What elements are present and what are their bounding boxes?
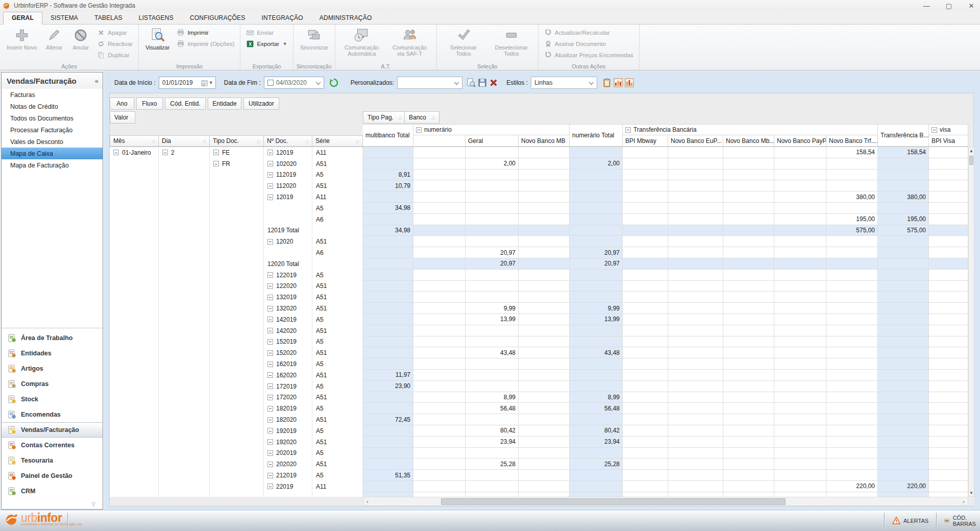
data-cell[interactable] <box>570 236 623 247</box>
ribbon-button-actualizar-recalcular[interactable]: Actualizar/Recalcular <box>543 28 635 37</box>
maximize-button[interactable]: ▢ <box>944 2 953 10</box>
data-cell[interactable] <box>878 314 929 325</box>
data-cell[interactable] <box>929 492 968 497</box>
data-cell[interactable]: 195,00 <box>826 214 878 225</box>
row-header-cell[interactable] <box>110 392 159 403</box>
ribbon-button-enviar[interactable]: Enviar <box>244 28 288 37</box>
data-cell[interactable] <box>519 347 570 358</box>
row-header-cell[interactable]: A51 <box>312 281 363 292</box>
row-header-cell[interactable] <box>159 158 210 170</box>
data-cell[interactable] <box>465 270 519 281</box>
row-header-cell[interactable] <box>110 214 159 225</box>
module-item-crm[interactable]: CRM <box>2 484 103 499</box>
row-header-cell[interactable]: 12019 <box>264 191 312 203</box>
data-cell[interactable] <box>413 481 465 492</box>
data-cell[interactable] <box>668 191 723 203</box>
pivot-field-banco[interactable]: Banco△ <box>404 111 439 124</box>
data-cell[interactable] <box>413 381 465 392</box>
tab-integracao[interactable]: INTEGRAÇÃO <box>254 12 311 24</box>
row-header-cell[interactable]: 152019 <box>264 336 312 348</box>
row-header-cell[interactable] <box>210 458 264 470</box>
data-cell[interactable] <box>363 358 413 370</box>
data-cell[interactable] <box>519 381 570 392</box>
row-header-cell[interactable] <box>159 314 210 325</box>
data-cell[interactable] <box>723 203 774 214</box>
data-cell[interactable] <box>668 414 723 425</box>
data-cell[interactable] <box>519 437 570 448</box>
refresh-button[interactable] <box>328 77 339 89</box>
data-cell[interactable] <box>623 203 668 214</box>
row-header-cell[interactable]: 202020 <box>264 458 312 470</box>
data-cell[interactable] <box>413 492 465 497</box>
row-header-cell[interactable] <box>110 191 159 203</box>
data-cell[interactable]: 25,28 <box>570 458 623 470</box>
data-cell[interactable] <box>723 236 774 247</box>
data-cell[interactable] <box>623 147 668 158</box>
data-cell[interactable] <box>623 225 668 236</box>
data-cell[interactable] <box>623 236 668 247</box>
tab-tabelas[interactable]: TABELAS <box>86 12 131 24</box>
data-cell[interactable] <box>929 236 968 247</box>
column-header-geral[interactable]: Geral <box>465 135 519 147</box>
data-cell[interactable] <box>570 225 623 236</box>
data-cell[interactable] <box>465 180 519 191</box>
column-header-multibanco-total[interactable]: multibanco Total <box>363 124 413 147</box>
row-header-cell[interactable]: A5 <box>312 425 363 437</box>
data-cell[interactable] <box>774 347 826 358</box>
data-cell[interactable] <box>723 425 774 437</box>
row-header-cell[interactable]: A5 <box>312 170 363 181</box>
data-cell[interactable] <box>668 203 723 214</box>
row-header-cell[interactable]: 142020 <box>264 325 312 336</box>
row-header-cell[interactable] <box>159 392 210 403</box>
ribbon-button-deselecionar-todos[interactable]: Deselecionar Todos <box>489 26 534 61</box>
data-cell[interactable] <box>878 470 929 481</box>
data-cell[interactable] <box>413 458 465 470</box>
row-header-cell[interactable]: A51 <box>312 347 363 358</box>
row-header-cell[interactable]: 112019 <box>264 170 312 181</box>
data-cell[interactable] <box>878 425 929 437</box>
data-cell[interactable] <box>363 281 413 292</box>
row-header-cell[interactable] <box>159 336 210 348</box>
collapse-icon[interactable] <box>267 339 273 345</box>
data-cell[interactable] <box>774 425 826 437</box>
row-header-cell[interactable] <box>110 225 159 236</box>
tab-geral[interactable]: GERAL <box>3 12 42 25</box>
data-cell[interactable]: 10,79 <box>363 180 413 191</box>
collapse-icon[interactable] <box>267 473 273 478</box>
data-cell[interactable] <box>465 325 519 336</box>
data-cell[interactable] <box>413 180 465 191</box>
pivot-field-utilizador[interactable]: Utilizador <box>243 98 279 110</box>
data-cell[interactable] <box>929 381 968 392</box>
data-cell[interactable] <box>519 147 570 158</box>
row-header-cell[interactable]: A51 <box>312 458 363 470</box>
data-cell[interactable]: 34,98 <box>363 225 413 236</box>
data-cell[interactable] <box>519 203 570 214</box>
data-cell[interactable] <box>826 247 878 258</box>
data-cell[interactable] <box>570 370 623 381</box>
data-cell[interactable] <box>929 414 968 425</box>
data-cell[interactable]: 8,91 <box>363 170 413 181</box>
row-header-cell[interactable]: 122019 <box>264 270 312 281</box>
row-header-cell[interactable]: A5 <box>312 270 363 281</box>
data-cell[interactable] <box>570 414 623 425</box>
data-cell[interactable] <box>623 481 668 492</box>
module-item-tesouraria[interactable]: Tesouraria <box>2 453 103 468</box>
data-cell[interactable]: 23,94 <box>465 437 519 448</box>
row-header-cell[interactable]: 142019 <box>264 314 312 325</box>
data-cell[interactable] <box>623 414 668 425</box>
data-cell[interactable] <box>723 147 774 158</box>
column-group-numerario[interactable]: numerário <box>413 124 570 135</box>
data-cell[interactable] <box>413 303 465 314</box>
ribbon-button-atualizar-precos-encomendas[interactable]: Atualizar Preços Encomendas <box>543 51 635 60</box>
data-cell[interactable] <box>519 470 570 481</box>
end-date-combo[interactable]: 04/03/2020 <box>264 77 324 89</box>
data-cell[interactable] <box>774 492 826 497</box>
data-cell[interactable] <box>519 314 570 325</box>
row-header-cell[interactable] <box>210 347 264 358</box>
row-header-cell[interactable] <box>210 191 264 203</box>
data-cell[interactable] <box>774 414 826 425</box>
data-cell[interactable] <box>413 191 465 203</box>
row-header-cell[interactable] <box>210 258 264 270</box>
data-cell[interactable] <box>668 370 723 381</box>
data-cell[interactable] <box>363 403 413 414</box>
